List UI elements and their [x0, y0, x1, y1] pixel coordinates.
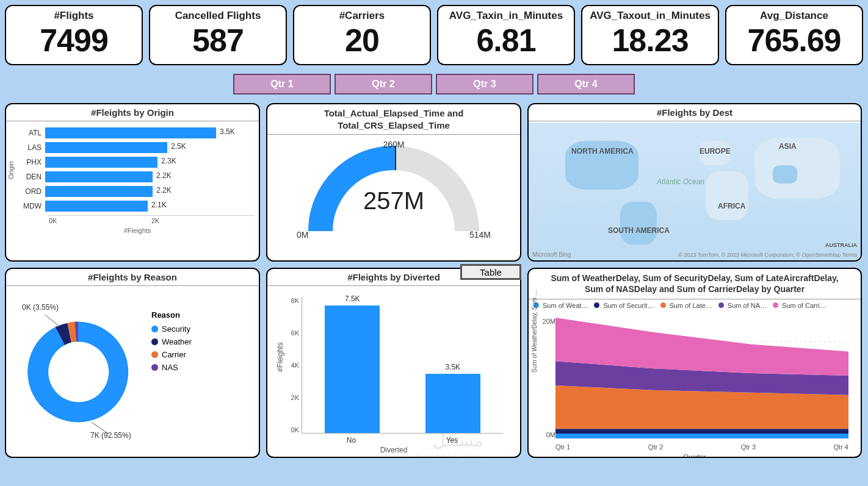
- legend-title: Reason: [151, 310, 192, 320]
- table-button[interactable]: Table: [460, 264, 521, 280]
- kpi-taxout: AVG_Taxout_in_Minutes 18.23: [581, 5, 719, 65]
- chart-title: #Fleights by Reason: [6, 269, 259, 286]
- hbar-fill: [45, 142, 167, 153]
- hbar-row: ORD2.2K: [21, 186, 254, 197]
- hbar-value: 2.1K: [151, 201, 167, 209]
- hbar-track: 2.5K: [45, 142, 216, 153]
- kpi-value: 6.81: [441, 23, 571, 58]
- svg-marker-5: [555, 434, 848, 438]
- map-shape-af: [706, 171, 748, 220]
- hbar-category: DEN: [21, 173, 45, 181]
- area-plot: [555, 318, 848, 438]
- gauge-target: 260M: [267, 140, 520, 149]
- hbar-value: 2.3K: [161, 157, 176, 165]
- hbar-track: 2.2K: [45, 186, 216, 197]
- legend-late: Sum of Late…: [660, 302, 712, 309]
- kpi-title: #Flights: [9, 10, 139, 22]
- kpi-carriers: #Carriers 20: [293, 5, 431, 65]
- hbar-track: 3.5K: [45, 127, 216, 138]
- kpi-value: 20: [297, 23, 427, 58]
- hbar-category: MDW: [21, 202, 45, 210]
- hbar-category: LAS: [21, 143, 45, 152]
- chart-title: Total_Actual_Elapsed_Time and Total_CRS_…: [267, 104, 520, 135]
- qtr4-button[interactable]: Qtr 4: [537, 74, 635, 95]
- legend-carrier: Sum of Carri…: [773, 302, 826, 309]
- hbar-fill: [45, 186, 153, 197]
- qtr1-button[interactable]: Qtr 1: [233, 74, 331, 95]
- hbar-category: ORD: [21, 187, 45, 196]
- diverted-chart-card[interactable]: #Fleights by Diverted #Fleights 0K 2K 4K…: [266, 268, 521, 458]
- reason-chart-card[interactable]: #Fleights by Reason: [5, 268, 260, 458]
- kpi-row: #Flights 7499 Cancelled Flights 587 #Car…: [5, 5, 863, 65]
- map-label-eu: EUROPE: [700, 147, 731, 155]
- donut-callout-1: 0K (3.55%): [22, 303, 59, 312]
- vbar-category: No: [347, 436, 356, 445]
- qtr3-button[interactable]: Qtr 3: [436, 74, 533, 95]
- qtr2-button[interactable]: Qtr 2: [335, 74, 432, 95]
- hbar-value: 2.2K: [156, 186, 172, 195]
- watermark: مستقل: [433, 431, 483, 451]
- y-ticks: 20M 0M: [541, 318, 555, 438]
- legend-weather: Sum of Weat…: [533, 302, 588, 309]
- chart-title: #Fleights by Origin: [6, 104, 259, 121]
- hbar-category: PHX: [21, 158, 45, 166]
- hbar-row: DEN2.2K: [21, 171, 254, 182]
- origin-chart-card[interactable]: #Fleights by Origin Origin ATL3.5KLAS2.5…: [5, 103, 260, 262]
- donut-legend: Reason Security Weather Carrier NAS: [151, 310, 192, 438]
- gauge-body: 260M 257M 0M 514M: [267, 140, 520, 243]
- donut-callout-2: 7K (92.55%): [90, 431, 131, 440]
- legend-weather: Weather: [151, 337, 192, 346]
- vbar-area: 7.5K3.5K: [302, 297, 503, 434]
- kpi-title: #Carriers: [297, 10, 427, 22]
- kpi-flights: #Flights 7499: [5, 5, 143, 65]
- kpi-cancelled: Cancelled Flights 587: [149, 5, 287, 65]
- gauge-max: 514M: [469, 230, 491, 240]
- kpi-value: 587: [153, 23, 283, 58]
- kpi-title: AVG_Taxin_in_Minutes: [441, 10, 571, 22]
- legend-nas: Sum of NA…: [718, 302, 767, 309]
- svg-line-1: [45, 315, 59, 327]
- gauge-value: 257M: [267, 187, 520, 215]
- vbar-value: 7.5K: [325, 295, 380, 303]
- y-axis-label: Sum of WeatherDelay, Sum …: [531, 290, 538, 373]
- hbar-fill: [45, 201, 148, 212]
- kpi-taxin: AVG_Taxin_in_Minutes 6.81: [437, 5, 575, 65]
- kpi-distance: Avg_Distance 765.69: [725, 5, 863, 65]
- quarter-slicer: Qtr 1 Qtr 2 Qtr 3 Qtr 4: [5, 74, 863, 95]
- area-svg: [555, 318, 848, 438]
- x-axis: 0K 2K: [49, 215, 254, 224]
- hbar-row: MDW2.1K: [21, 201, 254, 212]
- chart-title: #Fleights by Dest: [529, 104, 861, 121]
- watermark-url: mostaql.com: [415, 452, 483, 458]
- legend-security: Security: [151, 324, 192, 334]
- kpi-value: 765.69: [729, 23, 859, 58]
- map-shape-as: [754, 138, 840, 199]
- hbar-category: ATL: [21, 129, 45, 137]
- map-card[interactable]: #Fleights by Dest NORTH AMERICA SOUTH AM…: [527, 103, 862, 262]
- hbar-track: 2.3K: [45, 157, 216, 168]
- y-axis-label: #Fleights: [276, 342, 284, 372]
- kpi-title: Avg_Distance: [729, 10, 859, 22]
- map-shape-india: [773, 165, 797, 184]
- map-shape-sa: [620, 202, 657, 245]
- legend-carrier: Carrier: [151, 350, 192, 359]
- kpi-value: 7499: [9, 23, 139, 58]
- area-chart-card[interactable]: Sum of WeatherDelay, Sum of SecurityDela…: [527, 268, 862, 458]
- x-axis-label: #Fleights: [21, 227, 254, 234]
- hbar-fill: [45, 171, 153, 182]
- x-ticks: Qtr 1 Qtr 2 Qtr 3 Qtr 4: [555, 443, 848, 451]
- hbar-row: LAS2.5K: [21, 142, 254, 153]
- map-body[interactable]: NORTH AMERICA SOUTH AMERICA EUROPE AFRIC…: [529, 123, 861, 260]
- vbar: 3.5K: [425, 374, 480, 434]
- donut-svg: [11, 292, 145, 438]
- chart-title: Sum of WeatherDelay, Sum of SecurityDela…: [529, 269, 861, 299]
- kpi-title: Cancelled Flights: [153, 10, 283, 22]
- map-label-ao: Atlantic Ocean: [657, 177, 704, 186]
- y-ticks: 0K 2K 4K 6K 8K: [288, 297, 299, 434]
- gauge-card[interactable]: Total_Actual_Elapsed_Time and Total_CRS_…: [266, 103, 521, 262]
- map-label-sa: SOUTH AMERICA: [608, 226, 670, 235]
- hbar-fill: [45, 127, 216, 138]
- hbar-value: 3.5K: [220, 127, 235, 136]
- vbar: 7.5K: [325, 306, 380, 433]
- x-tick: 0K: [49, 217, 151, 224]
